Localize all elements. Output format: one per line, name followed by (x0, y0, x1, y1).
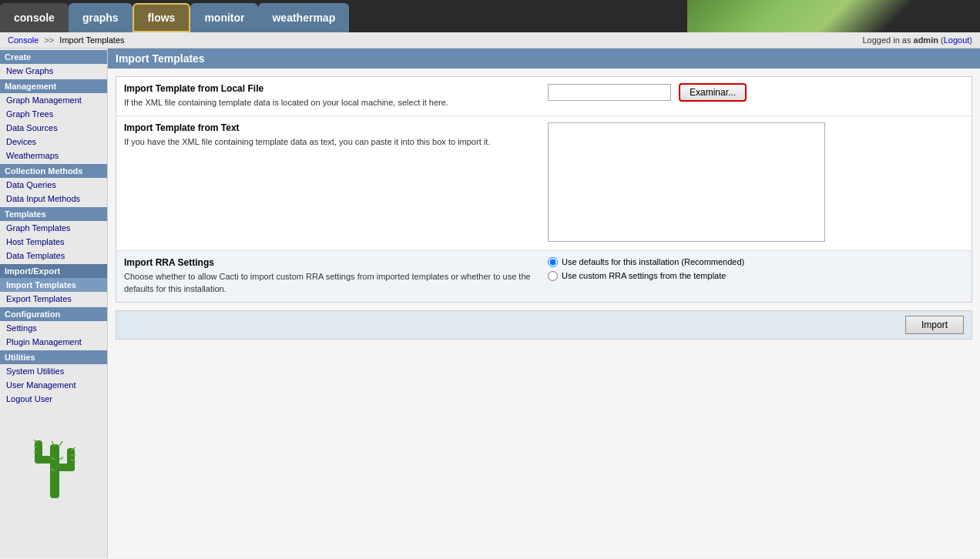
logged-in-info: Logged in as admin (Logout) (862, 35, 972, 45)
sidebar-item-settings[interactable]: Settings (0, 321, 107, 335)
rra-label-col: Import RRA Settings Choose whether to al… (124, 257, 548, 296)
sidebar-item-graph-templates[interactable]: Graph Templates (0, 221, 107, 235)
cactus-icon (23, 421, 85, 506)
file-input-area: Examinar... (548, 83, 964, 102)
rra-description: Choose whether to allow Cacti to import … (124, 270, 548, 296)
sidebar-section-create: Create (0, 50, 107, 64)
sidebar-item-weathermaps[interactable]: Weathermaps (0, 149, 107, 162)
sidebar-item-devices[interactable]: Devices (0, 135, 107, 149)
local-file-description: If the XML file containing template data… (124, 96, 548, 109)
sidebar-section-management: Management (0, 79, 107, 93)
logged-in-user: admin (914, 35, 938, 45)
sidebar-item-graph-management[interactable]: Graph Management (0, 93, 107, 107)
breadcrumb-bar: Console >> Import Templates Logged in as… (0, 32, 980, 49)
page-title: Import Templates (108, 49, 980, 69)
local-file-label-col: Import Template from Local File If the X… (124, 83, 548, 109)
main-content: Import Templates Import Template from Lo… (108, 49, 980, 558)
sidebar-item-data-queries[interactable]: Data Queries (0, 178, 107, 192)
sidebar-group-import-export: Import/Export (0, 264, 107, 278)
sidebar-section-configuration: Configuration (0, 307, 107, 321)
nav-tab-flows[interactable]: flows (133, 3, 191, 32)
nav-tab-weathermap[interactable]: weathermap (258, 3, 349, 32)
sidebar-item-new-graphs[interactable]: New Graphs (0, 64, 107, 78)
text-import-description: If you have the XML file containing temp… (124, 136, 548, 149)
radio-custom-label[interactable]: Use custom RRA settings from the templat… (548, 271, 964, 281)
import-button[interactable]: Import (905, 316, 964, 334)
cactus-logo-area (0, 406, 107, 521)
nav-tab-console[interactable]: console (0, 3, 69, 32)
import-button-bar: Import (116, 310, 972, 340)
text-import-row: Import Template from Text If you have th… (116, 116, 972, 251)
logged-in-prefix: Logged in as (862, 35, 911, 45)
sidebar-item-graph-trees[interactable]: Graph Trees (0, 107, 107, 121)
local-file-row: Import Template from Local File If the X… (116, 77, 972, 116)
file-input[interactable] (548, 84, 671, 101)
radio-defaults-text: Use defaults for this installation (Reco… (562, 257, 744, 266)
breadcrumb-current: Import Templates (59, 35, 124, 45)
browse-button[interactable]: Examinar... (679, 83, 747, 102)
sidebar: Create New Graphs Management Graph Manag… (0, 49, 108, 558)
radio-defaults[interactable] (548, 257, 558, 267)
sidebar-item-plugin-management[interactable]: Plugin Management (0, 335, 107, 349)
sidebar-item-data-templates[interactable]: Data Templates (0, 249, 107, 263)
text-import-heading: Import Template from Text (124, 122, 548, 133)
nav-tab-monitor[interactable]: monitor (190, 3, 258, 32)
sidebar-section-utilities: Utilities (0, 350, 107, 364)
rra-settings-row: Import RRA Settings Choose whether to al… (116, 251, 972, 302)
svg-line-14 (59, 441, 62, 446)
sidebar-item-export-templates[interactable]: Export Templates (0, 292, 107, 306)
main-layout: Create New Graphs Management Graph Manag… (0, 49, 980, 558)
text-import-input-col (548, 122, 964, 244)
breadcrumb-separator: >> (44, 35, 54, 45)
radio-custom[interactable] (548, 271, 558, 281)
sidebar-item-user-management[interactable]: User Management (0, 378, 107, 392)
text-import-label-col: Import Template from Text If you have th… (124, 122, 548, 244)
template-textarea[interactable] (548, 122, 825, 242)
svg-line-15 (59, 457, 63, 460)
breadcrumb: Console >> Import Templates (8, 35, 125, 45)
logout-link[interactable]: Logout (944, 35, 970, 45)
radio-defaults-label[interactable]: Use defaults for this installation (Reco… (548, 257, 964, 267)
sidebar-item-data-sources[interactable]: Data Sources (0, 121, 107, 135)
sidebar-section-templates: Templates (0, 207, 107, 221)
nav-tab-graphs[interactable]: graphs (69, 3, 133, 32)
content-area: Import Template from Local File If the X… (108, 69, 980, 355)
rra-radio-group: Use defaults for this installation (Reco… (548, 257, 964, 281)
local-file-heading: Import Template from Local File (124, 83, 548, 94)
local-file-input-col: Examinar... (548, 83, 964, 109)
sidebar-item-system-utilities[interactable]: System Utilities (0, 364, 107, 378)
sidebar-section-collection: Collection Methods (0, 164, 107, 178)
sidebar-item-host-templates[interactable]: Host Templates (0, 235, 107, 249)
sidebar-item-data-input-methods[interactable]: Data Input Methods (0, 192, 107, 206)
breadcrumb-home-link[interactable]: Console (8, 35, 39, 45)
top-navigation: console graphs flows monitor weathermap (0, 0, 980, 32)
nav-decoration (687, 0, 980, 32)
sidebar-item-logout-user[interactable]: Logout User (0, 392, 107, 406)
import-section-box: Import Template from Local File If the X… (116, 76, 972, 303)
radio-custom-text: Use custom RRA settings from the templat… (562, 271, 726, 280)
rra-heading: Import RRA Settings (124, 257, 548, 268)
rra-input-col: Use defaults for this installation (Reco… (548, 257, 964, 281)
sidebar-item-import-templates[interactable]: Import Templates (0, 278, 107, 292)
